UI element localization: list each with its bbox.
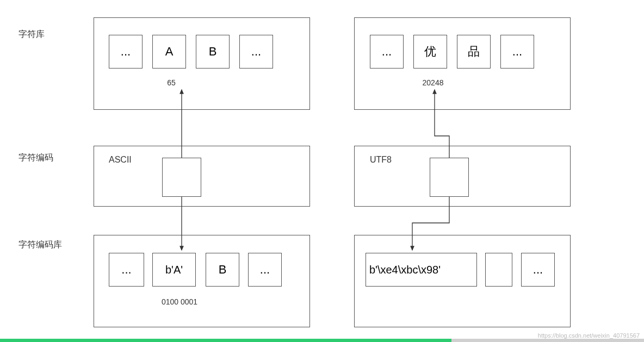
left-encoding-cell xyxy=(162,158,201,197)
left-encoding-name: ASCII xyxy=(109,155,132,165)
left-encoded-cell-3: ... xyxy=(248,253,282,287)
left-encoded-cell-1: b'A' xyxy=(152,253,196,287)
left-charset-cell-3: ... xyxy=(239,35,273,69)
right-encoded-cell-2: ... xyxy=(521,253,555,287)
right-charset-cell-1: 优 xyxy=(413,35,447,69)
right-encoded-cell-1 xyxy=(485,253,512,287)
label-charset: 字符库 xyxy=(18,29,45,40)
right-encoded-cell-0: b'\xe4\xbc\x98' xyxy=(366,253,477,287)
watermark: https://blog.csdn.net/weixin_40791567 xyxy=(538,332,640,339)
label-encoding: 字符编码 xyxy=(18,152,53,164)
left-binary: 0100 0001 xyxy=(155,297,204,306)
label-encoded-lib: 字符编码库 xyxy=(18,239,62,251)
left-encoded-cell-0: ... xyxy=(109,253,144,287)
right-codepoint: 20248 xyxy=(417,78,449,87)
right-charset-cell-3: ... xyxy=(500,35,534,69)
progress-bar-gray xyxy=(451,339,644,342)
left-codepoint: 65 xyxy=(163,78,179,87)
right-charset-cell-0: ... xyxy=(370,35,404,69)
left-charset-cell-0: ... xyxy=(109,35,143,69)
left-encoded-cell-2: B xyxy=(206,253,239,287)
left-charset-cell-2: B xyxy=(196,35,230,69)
right-charset-cell-2: 品 xyxy=(457,35,491,69)
right-encoding-name: UTF8 xyxy=(370,155,392,165)
left-charset-cell-1: A xyxy=(152,35,186,69)
right-encoding-cell xyxy=(430,158,469,197)
progress-bar-green xyxy=(0,339,451,342)
